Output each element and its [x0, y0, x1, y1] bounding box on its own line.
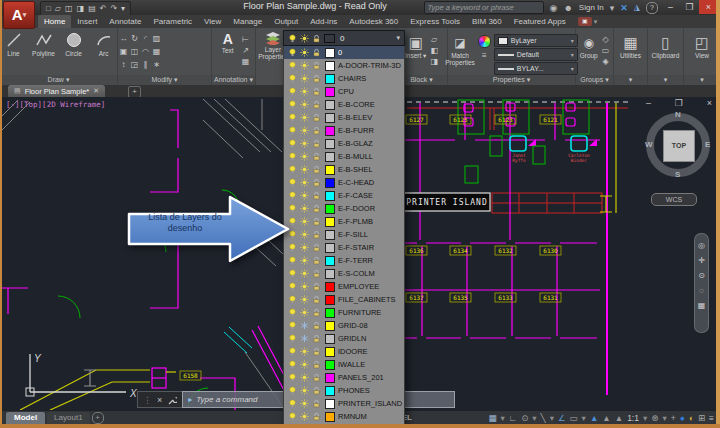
layer-row-E-F-DOOR[interactable]: E-F-DOOR [284, 202, 404, 215]
viewport-close-icon[interactable]: × [707, 98, 712, 108]
block-edit-icon[interactable]: ▱ [431, 35, 437, 45]
panel-label-clipboard[interactable]: ▾ [648, 75, 683, 85]
circle-tool[interactable]: Circle [61, 31, 87, 57]
array-icon[interactable]: ▦ [153, 47, 161, 57]
object-snap-icon[interactable]: ∠ [558, 413, 566, 423]
layer-lock-icon[interactable] [312, 152, 321, 161]
menu-tab-autodesk-360[interactable]: Autodesk 360 [343, 15, 404, 28]
hardware-acceleration-icon[interactable]: ● [680, 413, 685, 423]
layout1-tab[interactable]: Layout1 [47, 412, 89, 424]
layer-lock-icon[interactable] [312, 256, 321, 265]
zoom-icon[interactable]: ⊙ [698, 272, 705, 280]
workspace-caret-icon[interactable]: ▾ [662, 413, 666, 423]
showmotion-icon[interactable]: ▦ [698, 302, 706, 310]
layer-lock-icon[interactable] [312, 230, 321, 239]
layer-color-swatch[interactable] [325, 243, 335, 253]
layer-row-0[interactable]: 0 [284, 46, 404, 59]
layer-row-PHONES[interactable]: PHONES [284, 384, 404, 397]
layer-lock-icon[interactable] [312, 217, 321, 226]
command-grip-icon[interactable]: ⋮ [143, 395, 152, 405]
move-icon[interactable]: ↔ [120, 34, 128, 44]
sign-in-button[interactable]: Sign In [579, 3, 604, 12]
layer-color-swatch[interactable] [325, 295, 335, 305]
layer-row-FURNITURE[interactable]: FURNITURE [284, 306, 404, 319]
qat-menu-icon[interactable]: ▾ [121, 4, 125, 14]
viewcube-south[interactable]: S [675, 170, 680, 179]
layer-thaw-icon[interactable] [300, 48, 309, 57]
layer-lock-icon[interactable] [312, 126, 321, 135]
layer-color-swatch[interactable] [325, 152, 335, 162]
insert-button[interactable]: ▣ Insert ▾ [405, 31, 426, 67]
layer-row-E-C-HEAD[interactable]: E-C-HEAD [284, 176, 404, 189]
panel-label-view[interactable]: ▾ [684, 75, 720, 85]
layer-lock-icon[interactable] [312, 61, 321, 70]
viewcube-east[interactable]: E [705, 140, 710, 149]
layer-row-A-DOOR-TRIM-3D[interactable]: A-DOOR-TRIM-3D [284, 59, 404, 72]
erase-icon[interactable]: ▨ [153, 34, 161, 44]
menu-tab-annotate[interactable]: Annotate [103, 15, 147, 28]
steering-wheel-icon[interactable]: ◎ [698, 242, 705, 250]
layer-color-swatch[interactable] [325, 139, 335, 149]
help-icon[interactable]: ? [646, 2, 658, 14]
redo-icon[interactable]: ↷ [110, 4, 117, 14]
layer-row-E-B-MULL[interactable]: E-B-MULL [284, 150, 404, 163]
layer-color-swatch[interactable] [325, 178, 335, 188]
layer-lock-icon[interactable] [312, 178, 321, 187]
layer-on-icon[interactable] [288, 269, 297, 278]
layer-on-icon[interactable] [288, 61, 297, 70]
layer-row-E-F-TERR[interactable]: E-F-TERR [284, 254, 404, 267]
layer-thaw-icon[interactable] [300, 373, 309, 382]
minimize-button[interactable]: – [661, 0, 680, 14]
layer-thaw-icon[interactable] [300, 412, 309, 421]
layer-on-icon[interactable] [288, 165, 297, 174]
layer-color-swatch[interactable] [325, 334, 335, 344]
layer-color-swatch[interactable] [325, 61, 335, 71]
panel-label-annotation[interactable]: Annotation ▾ [212, 75, 255, 85]
viewcube[interactable]: N S W E TOP [644, 111, 712, 179]
layer-lock-icon[interactable] [312, 386, 321, 395]
layer-lock-icon[interactable] [312, 139, 321, 148]
layer-thaw-icon[interactable] [300, 256, 309, 265]
layer-on-icon[interactable] [288, 48, 297, 57]
annotation-scale-icon[interactable]: 1:1 [627, 413, 639, 423]
layer-lock-icon[interactable] [312, 308, 321, 317]
layer-thaw-icon[interactable] [300, 217, 309, 226]
copy-icon[interactable]: ▣ [120, 47, 128, 57]
layer-thaw-icon[interactable] [300, 269, 309, 278]
layer-lock-icon[interactable] [312, 347, 321, 356]
stretch-icon[interactable]: ↕ [122, 60, 126, 70]
menu-tab-bim-360[interactable]: BIM 360 [466, 15, 508, 28]
layer-lock-icon[interactable] [312, 282, 321, 291]
layer-color-swatch[interactable] [325, 399, 335, 409]
table-icon[interactable]: ▦ [242, 57, 250, 67]
layer-lock-icon[interactable] [312, 373, 321, 382]
layer-color-swatch[interactable] [325, 87, 335, 97]
menu-tab-add-ins[interactable]: Add-ins [304, 15, 343, 28]
navigation-bar[interactable]: ◎ ✛ ⊙ ◌ ▦ [694, 233, 709, 333]
layer-on-icon[interactable] [288, 87, 297, 96]
mirror-icon[interactable]: ◫ [131, 47, 139, 57]
layer-lock-icon[interactable] [312, 34, 321, 43]
layer-color-swatch[interactable] [325, 230, 335, 240]
plot-icon[interactable]: ▤ [88, 4, 96, 14]
layer-color-swatch[interactable] [325, 113, 335, 123]
viewcube-west[interactable]: W [645, 140, 653, 149]
layer-row-E-F-STAIR[interactable]: E-F-STAIR [284, 241, 404, 254]
grid-caret-icon[interactable]: ▾ [501, 413, 505, 423]
explode-icon[interactable]: ∗ [153, 60, 160, 70]
layer-color-swatch[interactable] [325, 204, 335, 214]
layer-thaw-icon[interactable] [300, 308, 309, 317]
layer-on-icon[interactable] [288, 347, 297, 356]
panel-label-utilities[interactable]: ▾ [614, 75, 647, 85]
block-attributes-icon[interactable]: ◨ [430, 57, 438, 67]
layer-combobox[interactable]: 0 ▾ [283, 30, 405, 46]
viewport-controls-label[interactable]: [-][Top][2D Wireframe] [6, 100, 105, 109]
layer-row-IDOORE[interactable]: IDOORE [284, 345, 404, 358]
layer-thaw-icon[interactable] [300, 74, 309, 83]
layer-lock-icon[interactable] [312, 165, 321, 174]
layer-lock-icon[interactable] [312, 191, 321, 200]
layer-thaw-icon[interactable] [300, 204, 309, 213]
polyline-tool[interactable]: Polyline [31, 31, 57, 57]
command-close-icon[interactable]: × [157, 395, 162, 405]
application-menu-button[interactable]: A▾ [3, 1, 35, 29]
